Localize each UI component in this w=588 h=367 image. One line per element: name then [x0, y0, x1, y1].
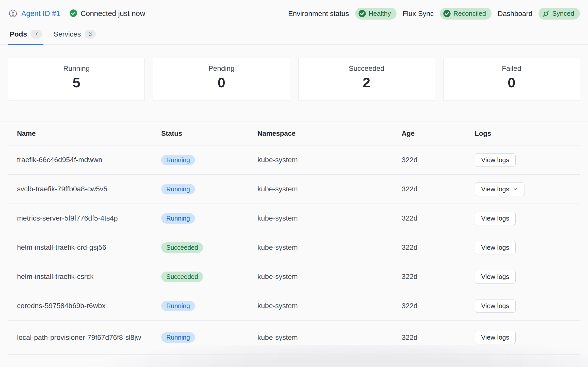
status-badge: Succeeded	[161, 242, 203, 253]
view-logs-button[interactable]: View logs	[475, 212, 516, 225]
dashboard-label: Dashboard	[498, 10, 532, 18]
status-badge: Succeeded	[161, 272, 203, 282]
column-header-name: Name	[17, 130, 161, 138]
stat-label-succeeded: Succeeded	[299, 64, 435, 73]
pod-name: helm-install-traefik-crd-gsj56	[17, 243, 161, 252]
view-logs-label: View logs	[481, 185, 509, 193]
tab-services-label: Services	[54, 30, 81, 38]
view-logs-label: View logs	[481, 333, 509, 341]
view-logs-button[interactable]: View logs	[475, 331, 516, 344]
flux-sync-badge: Reconciled	[440, 8, 492, 20]
stat-label-running: Running	[8, 64, 144, 73]
view-logs-label: View logs	[481, 214, 509, 222]
stat-card-succeeded: Succeeded 2	[298, 58, 435, 101]
view-logs-button[interactable]: View logs	[475, 153, 516, 167]
environment-status-label: Environment status	[288, 10, 349, 18]
table-row: helm-install-traefik-csrck Succeeded kub…	[8, 262, 580, 291]
circle-slash-sync-icon	[542, 10, 550, 18]
stat-card-running: Running 5	[8, 58, 145, 101]
pod-name: local-path-provisioner-79f67d76f8-sl8jw	[17, 333, 161, 342]
tab-services[interactable]: Services 3	[52, 26, 97, 45]
view-logs-label: View logs	[481, 244, 509, 252]
column-header-namespace: Namespace	[257, 130, 402, 138]
pod-namespace: kube-system	[257, 156, 402, 164]
tab-pods-label: Pods	[10, 30, 27, 38]
column-header-logs: Logs	[475, 130, 580, 138]
pod-namespace: kube-system	[257, 243, 402, 252]
pods-table: Name Status Namespace Age Logs traefik-6…	[0, 122, 588, 355]
pod-age: 322d	[402, 214, 475, 222]
agent-id-link[interactable]: Agent ID #1	[21, 9, 60, 18]
table-row: coredns-597584b69b-r6wbx Running kube-sy…	[8, 291, 580, 321]
environment-status-value: Healthy	[369, 10, 391, 18]
pod-name: helm-install-traefik-csrck	[17, 272, 161, 281]
pod-name: svclb-traefik-79ffb0a8-cw5v5	[17, 184, 161, 194]
status-badge: Running	[161, 332, 195, 343]
view-logs-label: View logs	[481, 273, 509, 281]
environment-status-badge: Healthy	[355, 8, 397, 20]
flux-sync-label: Flux Sync	[403, 10, 434, 18]
view-logs-button[interactable]: View logs	[475, 270, 516, 283]
view-logs-label: View logs	[481, 302, 509, 310]
status-badge: Running	[161, 155, 195, 165]
view-logs-label: View logs	[481, 156, 509, 164]
pod-status-summary: Running 5 Pending 0 Succeeded 2 Failed 0	[8, 58, 580, 101]
connected-check-circle-icon	[69, 9, 77, 18]
pod-age: 322d	[402, 243, 475, 252]
table-row: metrics-server-5f9f776df5-4ts4p Running …	[8, 204, 580, 233]
tab-pods-count-badge: 7	[30, 30, 42, 39]
stat-value-succeeded: 2	[299, 75, 435, 90]
agent-heptagon-updown-arrow-icon	[8, 9, 18, 19]
stat-value-failed: 0	[444, 75, 580, 90]
pod-name: coredns-597584b69b-r6wbx	[17, 301, 161, 311]
pod-namespace: kube-system	[257, 333, 402, 342]
pod-age: 322d	[402, 185, 475, 193]
stat-value-pending: 0	[153, 75, 289, 90]
connection-status-text: Connected just now	[80, 9, 145, 18]
stat-card-pending: Pending 0	[153, 58, 290, 101]
stat-label-failed: Failed	[444, 64, 580, 73]
healthy-check-circle-icon	[358, 10, 366, 18]
tab-bar: Pods 7 Services 3	[0, 26, 588, 45]
table-row: svclb-traefik-79ffb0a8-cw5v5 Running kub…	[8, 175, 580, 204]
pod-age: 322d	[402, 302, 475, 310]
table-header-row: Name Status Namespace Age Logs	[8, 122, 580, 145]
stat-card-failed: Failed 0	[443, 58, 580, 101]
flux-sync-value: Reconciled	[453, 10, 486, 18]
pod-namespace: kube-system	[257, 273, 402, 281]
stat-value-running: 5	[8, 75, 144, 90]
pod-namespace: kube-system	[257, 302, 402, 310]
pod-age: 322d	[402, 333, 475, 342]
tab-pods[interactable]: Pods 7	[8, 26, 43, 45]
status-badge: Running	[161, 301, 195, 311]
table-row: traefik-66c46d954f-mdwwn Running kube-sy…	[8, 145, 580, 175]
column-header-age: Age	[402, 130, 475, 138]
chevron-down-icon	[512, 186, 518, 192]
stat-label-pending: Pending	[153, 64, 289, 73]
dashboard-sync-value: Synced	[552, 10, 574, 18]
column-header-status: Status	[161, 130, 257, 138]
topbar: Agent ID #1 Connected just now Environme…	[0, 0, 588, 20]
dashboard-sync-badge: Synced	[538, 8, 580, 20]
table-row: local-path-provisioner-79f67d76f8-sl8jw …	[8, 321, 580, 355]
status-badge: Running	[161, 184, 195, 194]
pod-name: metrics-server-5f9f776df5-4ts4p	[17, 213, 161, 223]
tab-services-count-badge: 3	[85, 30, 96, 39]
pod-name: traefik-66c46d954f-mdwwn	[17, 155, 161, 165]
table-row: helm-install-traefik-crd-gsj56 Succeeded…	[8, 233, 580, 262]
pod-namespace: kube-system	[257, 214, 402, 222]
view-logs-button[interactable]: View logs	[475, 241, 516, 254]
reconciled-check-circle-icon	[443, 10, 451, 18]
view-logs-dropdown-button[interactable]: View logs	[475, 182, 525, 196]
status-badge: Running	[161, 213, 195, 224]
pod-namespace: kube-system	[257, 185, 402, 193]
view-logs-button[interactable]: View logs	[475, 299, 516, 313]
pod-age: 322d	[402, 156, 475, 164]
pod-age: 322d	[402, 273, 475, 281]
